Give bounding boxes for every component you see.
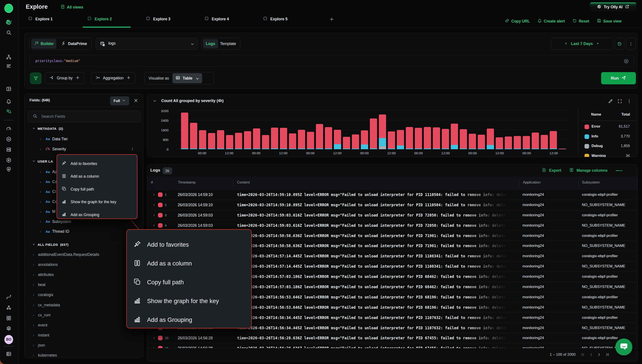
log-row[interactable]: 3 26/03/2026 14:59:03 time=2026-03-26T14… [147,210,638,220]
context-menu-item[interactable]: Add to favorites [57,157,137,170]
field-row[interactable]: additionalEventData.RequestDetails [24,250,143,260]
avatar[interactable]: BO [4,335,13,344]
next-page-icon[interactable] [597,352,601,358]
row-density-icon[interactable] [615,168,623,173]
template-toggle[interactable]: Template [220,42,236,46]
field-row[interactable]: cx_rum [24,310,143,320]
servers-icon[interactable] [4,145,13,154]
first-page-icon[interactable] [581,352,585,358]
chevron-left-icon[interactable] [564,42,568,46]
field-row[interactable]: Severity [24,144,143,154]
community-icon[interactable] [4,303,13,312]
builder-toggle[interactable]: Builder [31,39,56,49]
log-row[interactable]: 1 26/03/2026 14:59:10 time=2026-03-26T14… [147,190,638,200]
shield-star-icon[interactable] [4,165,13,174]
hexagon-star-icon[interactable] [4,156,13,164]
gear-icon[interactable] [4,324,13,333]
gauge-icon[interactable] [4,124,13,133]
field-row[interactable]: annotations [24,260,143,270]
pipeline-icon[interactable] [4,292,13,301]
explore-tab[interactable]: Explore 5 [263,16,288,22]
explore-tab[interactable]: Explore 4 [204,16,229,22]
fields-search-input[interactable]: Search Fields [28,110,140,122]
fields-mode-select[interactable]: Full [110,96,129,105]
pulse-hexagon-icon[interactable] [4,135,13,144]
bell-icon[interactable] [4,97,13,106]
legend-row[interactable]: Warning 34 [147,151,638,157]
filter-button[interactable] [30,72,42,84]
explore-tab[interactable]: Explore 2 [87,16,112,22]
dashboard-icon[interactable] [4,84,13,93]
clear-query-icon[interactable] [624,58,629,64]
column-header-num[interactable]: # [151,180,153,184]
collapse-sidebar-icon[interactable] [4,350,13,358]
visualisation-select[interactable]: Table [172,73,202,83]
logo-circle[interactable] [4,4,13,13]
column-header-timestamp[interactable]: Timestamp [178,180,196,184]
field-row[interactable]: attributes [24,270,143,280]
last-page-icon[interactable] [605,352,610,358]
field-row[interactable]: instant [24,330,143,340]
context-menu-item[interactable]: Add as a column [57,170,137,183]
query-menu-button[interactable] [626,38,636,50]
context-menu-item[interactable]: Add as a column [127,254,251,273]
field-row[interactable]: Aa Thread ID [24,226,143,236]
query-history-button[interactable] [615,38,624,50]
log-row[interactable]: 2 26/03/2026 14:59:10 time=2026-03-26T14… [147,200,638,210]
field-row[interactable]: coralogix [24,290,143,300]
expand-row-icon[interactable] [152,204,156,206]
chat-widget-button[interactable] [615,338,632,356]
context-menu-item[interactable]: Show the graph for the key [127,292,251,310]
dataprime-toggle[interactable]: DataPrime [58,39,90,49]
prev-page-icon[interactable] [589,352,593,358]
chevron-right-icon[interactable] [596,42,600,46]
try-olly-ai-button[interactable]: Try Olly AI [590,2,636,12]
context-menu-item[interactable]: Copy full path [57,183,137,196]
data-source-select[interactable]: logs [96,38,198,50]
column-header-content[interactable]: Content [237,180,250,184]
legend-row[interactable]: Error 61,517 [147,122,638,132]
manage-columns-button[interactable]: Manage columns [569,168,608,174]
all-fields-section-header[interactable]: ALL FIELDS (637) [24,241,143,249]
log-row[interactable]: 16 26/03/2026 14:56:28 time=2026-03-26T1… [147,343,638,348]
close-fields-icon[interactable] [134,98,138,103]
column-header-application[interactable]: Application [523,180,540,184]
column-header-subsystem[interactable]: Subsystem [582,180,600,184]
context-menu-item[interactable]: Add as Grouping [57,208,137,221]
context-menu-item[interactable]: Copy full path [127,273,251,292]
all-views-link[interactable]: All views [60,4,83,10]
context-menu-item[interactable]: Add to favorites [127,235,251,254]
list-icon[interactable] [4,62,13,70]
context-menu-item[interactable]: Add as Grouping [127,310,251,329]
flow-icon[interactable] [4,53,13,62]
expand-row-icon[interactable] [152,193,156,196]
export-button[interactable]: Export [542,168,561,174]
explore-tab[interactable]: Explore 1 [28,16,53,22]
logs-toggle[interactable]: Logs [203,39,218,48]
legend-row[interactable]: Debug 1,859 [147,141,638,151]
legend-row[interactable]: Info 3,770 [147,132,638,142]
field-row[interactable]: kubernetes [24,350,143,358]
expand-row-icon[interactable] [152,214,156,217]
field-row[interactable]: cx_metadata [24,300,143,310]
apps-grid-icon[interactable] [4,314,13,322]
search-icon[interactable] [4,28,13,37]
context-menu-item[interactable]: Show the graph for the key [57,196,137,209]
field-row[interactable]: beat [24,280,143,290]
expand-row-icon[interactable] [152,336,156,340]
aggregation-button[interactable]: Aggregation [91,72,135,84]
run-button[interactable]: Run [601,72,636,84]
field-row[interactable]: json [24,340,143,350]
add-tab-button[interactable] [329,16,334,22]
query-input[interactable]: priorityclass:"medium" [30,55,634,67]
metadata-section-header[interactable]: METADATA (2) [24,125,143,132]
coralogix-logo-icon[interactable] [4,18,13,26]
field-kebab-icon[interactable] [130,147,134,151]
log-row[interactable]: 15 26/03/2026 14:56:28 time=2026-03-26T1… [147,333,638,343]
field-row[interactable]: Aa Data Tier [24,134,143,144]
expand-row-icon[interactable] [152,224,156,227]
log-search-icon[interactable] [4,107,13,116]
time-range-picker[interactable]: Last 7 Days [551,38,613,50]
group-by-button[interactable]: Group by [45,72,84,84]
field-row[interactable]: event [24,320,143,330]
